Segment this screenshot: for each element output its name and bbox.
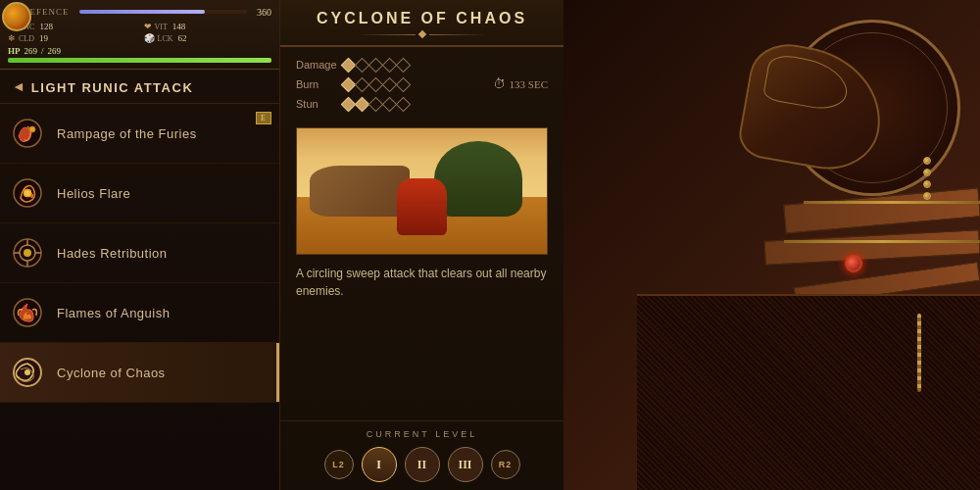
rampage-icon [10, 116, 45, 151]
left-panel: 🛡 DEFENCE 360 ⚔ RNC 128 ❤ VIT 148 [0, 0, 279, 490]
bead-row [923, 157, 931, 200]
r2-button[interactable]: R2 [491, 450, 520, 479]
cyclone-name: Cyclone of Chaos [57, 366, 166, 380]
rampage-name: Rampage of the Furies [57, 126, 197, 141]
red-gem [845, 255, 862, 272]
burn-row: Burn ⏱ 133 SEC [296, 76, 548, 92]
damage-label: Damage [296, 59, 337, 71]
burn-d5 [396, 76, 412, 92]
skill-description: A circling sweep attack that clears out … [280, 255, 564, 310]
lck-label: LCK [158, 34, 173, 43]
level-3-button[interactable]: III [448, 447, 483, 482]
gold-trim-2 [784, 240, 980, 243]
character-background [564, 0, 980, 490]
skill-title-bar: CYCLONE OF CHAOS [280, 0, 564, 47]
equipped-badge: E [256, 112, 271, 124]
svg-point-1 [29, 126, 35, 132]
vit-label: VIT [155, 23, 168, 31]
lck-value: 62 [178, 33, 187, 43]
rnc-value: 128 [39, 22, 53, 31]
skill-image [296, 127, 548, 255]
current-level-label: CURRENT LEVEL [296, 429, 548, 439]
svg-point-6 [24, 249, 31, 257]
cld-value: 19 [39, 33, 48, 43]
stun-diamonds [343, 99, 409, 110]
hades-icon [10, 235, 45, 270]
right-panel [564, 0, 980, 490]
cld-stat: ❄ CLD 19 [8, 33, 136, 43]
flames-icon [10, 295, 45, 330]
helios-name: Helios Flare [57, 186, 130, 201]
attack-item-flames[interactable]: Flames of Anguish [0, 283, 279, 343]
vit-icon: ❤ [144, 22, 152, 31]
level-2-button[interactable]: II [405, 447, 440, 482]
clock-icon: ⏱ [493, 76, 506, 92]
mini-stats: ⚔ RNC 128 ❤ VIT 148 ❄ CLD 19 🎲 LCK 62 [8, 22, 271, 43]
burn-label: Burn [296, 78, 337, 90]
vit-stat: ❤ VIT 148 [144, 22, 272, 31]
lck-stat: 🎲 LCK 62 [144, 33, 272, 43]
orb-icon [2, 2, 31, 31]
defence-value: 360 [257, 7, 271, 18]
hp-label: HP [8, 46, 21, 56]
helios-icon [10, 175, 45, 211]
section-header: ◄ LIGHT RUNIC ATTACK [0, 70, 279, 104]
cyclone-icon [10, 355, 45, 390]
attack-item-rampage[interactable]: Rampage of the Furies E [0, 104, 279, 164]
hades-name: Hades Retribution [57, 246, 168, 261]
svg-point-13 [24, 369, 30, 375]
back-arrow-icon[interactable]: ◄ [12, 79, 25, 95]
title-divider [296, 31, 548, 37]
bead-1 [923, 157, 931, 165]
damage-diamonds [343, 60, 409, 71]
skill-title: CYCLONE OF CHAOS [296, 10, 548, 27]
cld-label: CLD [19, 34, 34, 43]
damage-d5 [396, 57, 412, 73]
l2-button[interactable]: L2 [324, 450, 354, 479]
stun-label: Stun [296, 98, 337, 110]
bead-3 [923, 180, 931, 188]
bead-2 [923, 169, 931, 176]
strap-2 [763, 229, 980, 265]
attack-list: Rampage of the Furies E Helios Flare [0, 104, 279, 490]
cld-icon: ❄ [8, 33, 16, 43]
hp-bar [8, 58, 271, 63]
svg-point-3 [24, 189, 31, 197]
stun-row: Stun [296, 98, 548, 110]
flames-name: Flames of Anguish [57, 306, 170, 320]
lck-icon: 🎲 [144, 33, 155, 43]
cooldown-value: 133 SEC [510, 78, 548, 90]
section-title: LIGHT RUNIC ATTACK [31, 80, 193, 95]
fabric-texture [637, 294, 980, 490]
stats-bar: 🛡 DEFENCE 360 ⚔ RNC 128 ❤ VIT 148 [0, 0, 279, 70]
attack-item-helios[interactable]: Helios Flare [0, 164, 279, 223]
level-1-button[interactable]: I [362, 447, 397, 482]
diamond-icon [417, 30, 425, 38]
cooldown-info: ⏱ 133 SEC [493, 76, 548, 92]
attack-item-cyclone[interactable]: Cyclone of Chaos [0, 343, 279, 403]
hp-max: 269 [48, 46, 62, 56]
stun-d5 [396, 96, 412, 112]
skill-stats: Damage Burn ⏱ 133 SEC [280, 47, 564, 127]
burn-diamonds [343, 79, 409, 90]
gold-trim-1 [804, 201, 980, 204]
vit-value: 148 [172, 22, 186, 31]
middle-panel: CYCLONE OF CHAOS Damage Burn [279, 0, 564, 490]
hp-section: HP 269 / 269 [8, 46, 271, 63]
level-controls: L2 I II III R2 [296, 447, 548, 482]
hp-current: 269 [24, 46, 38, 56]
rope-detail [917, 314, 921, 392]
damage-row: Damage [296, 59, 548, 71]
current-level-section: CURRENT LEVEL L2 I II III R2 [280, 420, 564, 490]
bead-4 [923, 192, 931, 200]
attack-item-hades[interactable]: Hades Retribution [0, 223, 279, 283]
